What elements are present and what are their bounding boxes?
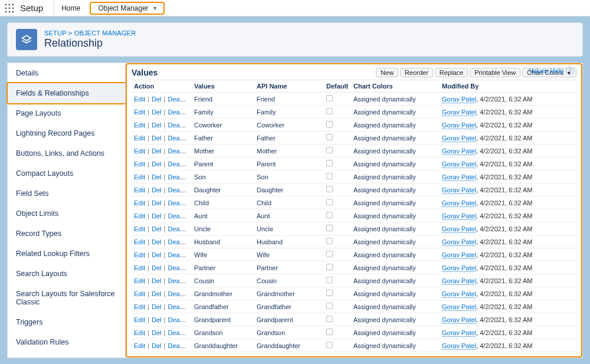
deactivate-link[interactable]: Deactivate bbox=[168, 160, 192, 168]
edit-link[interactable]: Edit bbox=[134, 212, 145, 219]
modified-by-link[interactable]: Gorav Patel bbox=[442, 303, 476, 310]
deactivate-link[interactable]: Deactivate bbox=[168, 251, 192, 258]
sidebar-item[interactable]: Object Limits bbox=[8, 204, 125, 224]
sidebar-item[interactable]: Search Layouts for Salesforce Classic bbox=[8, 284, 125, 312]
edit-link[interactable]: Edit bbox=[134, 329, 145, 336]
edit-link[interactable]: Edit bbox=[134, 225, 145, 232]
deactivate-link[interactable]: Deactivate bbox=[168, 186, 192, 194]
del-link[interactable]: Del bbox=[152, 277, 162, 284]
del-link[interactable]: Del bbox=[152, 109, 162, 116]
del-link[interactable]: Del bbox=[152, 225, 162, 232]
edit-link[interactable]: Edit bbox=[134, 122, 145, 129]
modified-by-link[interactable]: Gorav Patel bbox=[442, 316, 476, 323]
deactivate-link[interactable]: Deactivate bbox=[168, 238, 192, 245]
edit-link[interactable]: Edit bbox=[134, 251, 145, 258]
edit-link[interactable]: Edit bbox=[134, 316, 145, 323]
deactivate-link[interactable]: Deactivate bbox=[168, 109, 192, 116]
modified-by-link[interactable]: Gorav Patel bbox=[442, 264, 476, 271]
deactivate-link[interactable]: Deactivate bbox=[168, 173, 192, 181]
deactivate-link[interactable]: Deactivate bbox=[168, 316, 192, 323]
edit-link[interactable]: Edit bbox=[134, 109, 145, 116]
modified-by-link[interactable]: Gorav Patel bbox=[442, 212, 476, 219]
modified-by-link[interactable]: Gorav Patel bbox=[442, 251, 476, 258]
deactivate-link[interactable]: Deactivate bbox=[168, 277, 192, 284]
tab-home[interactable]: Home bbox=[54, 0, 87, 17]
del-link[interactable]: Del bbox=[152, 342, 162, 349]
sidebar-item[interactable]: Buttons, Links, and Actions bbox=[8, 143, 125, 163]
edit-link[interactable]: Edit bbox=[134, 173, 145, 181]
modified-by-link[interactable]: Gorav Patel bbox=[442, 329, 476, 336]
edit-link[interactable]: Edit bbox=[134, 186, 145, 194]
del-link[interactable]: Del bbox=[152, 147, 162, 155]
del-link[interactable]: Del bbox=[152, 96, 162, 103]
del-link[interactable]: Del bbox=[152, 199, 162, 206]
sidebar-item[interactable]: Details bbox=[8, 63, 125, 83]
modified-by-link[interactable]: Gorav Patel bbox=[442, 147, 476, 155]
sidebar-item[interactable]: Compact Layouts bbox=[8, 163, 125, 183]
deactivate-link[interactable]: Deactivate bbox=[168, 264, 192, 271]
sidebar-item[interactable]: Related Lookup Filters bbox=[8, 244, 125, 264]
modified-by-link[interactable]: Gorav Patel bbox=[442, 238, 476, 245]
sidebar-item[interactable]: Record Types bbox=[8, 224, 125, 244]
edit-link[interactable]: Edit bbox=[134, 160, 145, 168]
del-link[interactable]: Del bbox=[152, 135, 162, 142]
modified-by-link[interactable]: Gorav Patel bbox=[442, 342, 476, 349]
edit-link[interactable]: Edit bbox=[134, 264, 145, 271]
modified-by-link[interactable]: Gorav Patel bbox=[442, 160, 476, 168]
app-launcher-icon[interactable] bbox=[4, 2, 15, 14]
deactivate-link[interactable]: Deactivate bbox=[168, 329, 192, 336]
del-link[interactable]: Del bbox=[152, 173, 162, 181]
sidebar-item[interactable]: Validation Rules bbox=[8, 332, 125, 352]
del-link[interactable]: Del bbox=[152, 186, 162, 194]
del-link[interactable]: Del bbox=[152, 251, 162, 258]
del-link[interactable]: Del bbox=[152, 264, 162, 271]
modified-by-link[interactable]: Gorav Patel bbox=[442, 173, 476, 181]
deactivate-link[interactable]: Deactivate bbox=[168, 135, 192, 142]
deactivate-link[interactable]: Deactivate bbox=[168, 342, 192, 349]
printable-view-button[interactable]: Printable View bbox=[470, 68, 520, 77]
edit-link[interactable]: Edit bbox=[134, 303, 145, 310]
deactivate-link[interactable]: Deactivate bbox=[168, 96, 192, 103]
edit-link[interactable]: Edit bbox=[134, 135, 145, 142]
edit-link[interactable]: Edit bbox=[134, 342, 145, 349]
del-link[interactable]: Del bbox=[152, 160, 162, 168]
modified-by-link[interactable]: Gorav Patel bbox=[442, 186, 476, 194]
values-help-link[interactable]: Values Help bbox=[529, 67, 564, 74]
sidebar-item[interactable]: Page Layouts bbox=[8, 103, 125, 123]
sidebar-item[interactable]: Triggers bbox=[8, 312, 125, 332]
edit-link[interactable]: Edit bbox=[134, 290, 145, 297]
del-link[interactable]: Del bbox=[152, 316, 162, 323]
tab-object-manager[interactable]: Object Manager ▾ bbox=[90, 2, 164, 15]
modified-by-link[interactable]: Gorav Patel bbox=[442, 122, 476, 129]
new-button[interactable]: New bbox=[376, 68, 398, 77]
del-link[interactable]: Del bbox=[152, 290, 162, 297]
help-icon[interactable]: ? bbox=[566, 67, 574, 75]
deactivate-link[interactable]: Deactivate bbox=[168, 122, 192, 129]
del-link[interactable]: Del bbox=[152, 122, 162, 129]
breadcrumb-setup[interactable]: SETUP bbox=[44, 29, 66, 37]
sidebar-item[interactable]: Lightning Record Pages bbox=[8, 123, 125, 143]
edit-link[interactable]: Edit bbox=[134, 238, 145, 245]
edit-link[interactable]: Edit bbox=[134, 277, 145, 284]
sidebar-item[interactable]: Fields & Relationships bbox=[8, 83, 125, 103]
replace-button[interactable]: Replace bbox=[435, 68, 468, 77]
modified-by-link[interactable]: Gorav Patel bbox=[442, 290, 476, 297]
breadcrumb-object-manager[interactable]: OBJECT MANAGER bbox=[74, 29, 136, 37]
modified-by-link[interactable]: Gorav Patel bbox=[442, 199, 476, 206]
del-link[interactable]: Del bbox=[152, 212, 162, 219]
edit-link[interactable]: Edit bbox=[134, 147, 145, 155]
modified-by-link[interactable]: Gorav Patel bbox=[442, 109, 476, 116]
modified-by-link[interactable]: Gorav Patel bbox=[442, 277, 476, 284]
del-link[interactable]: Del bbox=[152, 329, 162, 336]
sidebar-item[interactable]: Search Layouts bbox=[8, 264, 125, 284]
modified-by-link[interactable]: Gorav Patel bbox=[442, 135, 476, 142]
edit-link[interactable]: Edit bbox=[134, 96, 145, 103]
deactivate-link[interactable]: Deactivate bbox=[168, 303, 192, 310]
deactivate-link[interactable]: Deactivate bbox=[168, 199, 192, 206]
edit-link[interactable]: Edit bbox=[134, 199, 145, 206]
reorder-button[interactable]: Reorder bbox=[400, 68, 433, 77]
deactivate-link[interactable]: Deactivate bbox=[168, 212, 192, 219]
modified-by-link[interactable]: Gorav Patel bbox=[442, 225, 476, 232]
sidebar-item[interactable]: Field Sets bbox=[8, 183, 125, 204]
deactivate-link[interactable]: Deactivate bbox=[168, 147, 192, 155]
